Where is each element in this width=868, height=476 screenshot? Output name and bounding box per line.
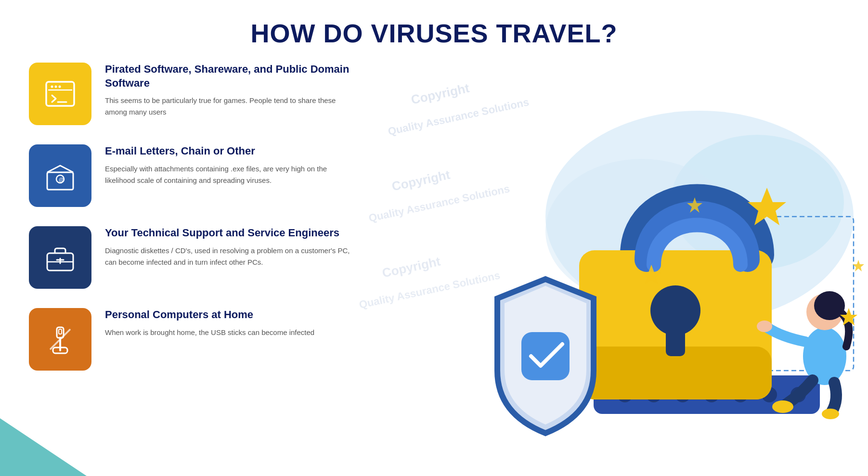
list-item: Personal Computers at Home When work is … [29,308,356,371]
item-title-pirated: Pirated Software, Shareware, and Public … [105,63,356,90]
icon-briefcase [29,226,91,289]
item-desc-tech: Diagnostic diskettes / CD's, used in res… [105,245,356,268]
page-wrapper: HOW DO VIRUSES TRAVEL? Pirated Software,… [0,0,868,476]
svg-rect-33 [666,325,685,356]
item-text-pc: Personal Computers at Home When work is … [105,308,356,338]
list-item: @ E-mail Letters, Chain or Other Especia… [29,144,356,207]
item-title-email: E-mail Letters, Chain or Other [105,144,356,158]
svg-point-40 [822,409,839,419]
svg-point-39 [772,400,793,413]
svg-rect-34 [521,332,570,380]
item-title-pc: Personal Computers at Home [105,308,356,322]
svg-point-38 [757,321,772,332]
item-desc-pc: When work is brought home, the USB stick… [105,327,356,338]
item-desc-pirated: This seems to be particularly true for g… [105,95,356,118]
icon-terminal [29,63,91,125]
icon-usb [29,308,91,371]
item-text-pirated: Pirated Software, Shareware, and Public … [105,63,356,118]
teal-corner-decoration [0,418,87,476]
svg-rect-14 [59,329,62,334]
list-item: Your Technical Support and Service Engin… [29,226,356,289]
right-illustration: Copyright Quality Assurance Solutions Co… [363,48,868,462]
item-desc-email: Especially with attachments containing .… [105,163,356,186]
list-item: Pirated Software, Shareware, and Public … [29,63,356,125]
svg-point-2 [55,86,57,88]
left-content: Pirated Software, Shareware, and Public … [29,63,356,390]
item-title-tech: Your Technical Support and Service Engin… [105,226,356,240]
item-text-email: E-mail Letters, Chain or Other Especiall… [105,144,356,186]
icon-email: @ [29,144,91,207]
svg-point-1 [51,86,53,88]
svg-text:@: @ [59,177,64,182]
svg-point-3 [59,86,61,88]
item-text-tech: Your Technical Support and Service Engin… [105,226,356,268]
